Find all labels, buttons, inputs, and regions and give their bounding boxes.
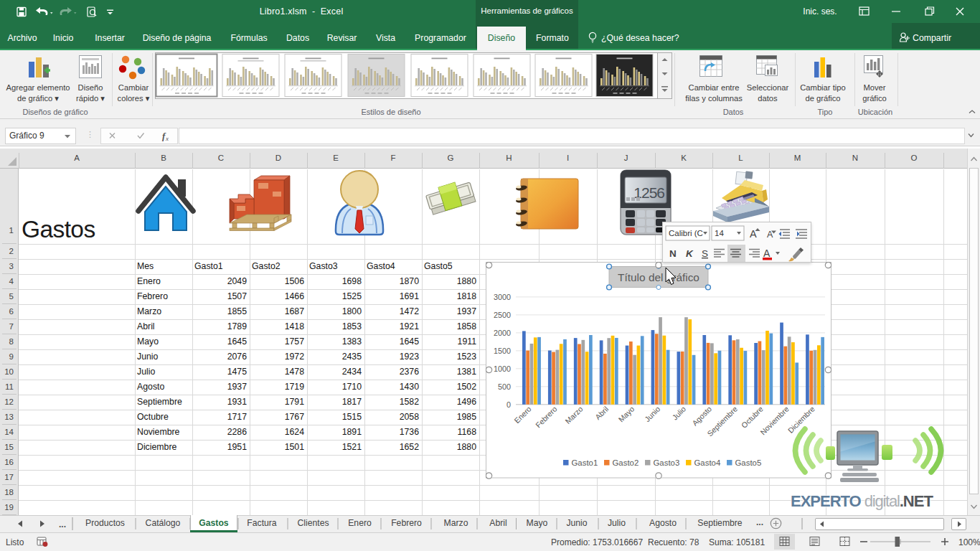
svg-text:Gasto5: Gasto5 [735,458,762,466]
svg-text:S: S [702,248,708,259]
svg-text:1500: 1500 [494,346,511,354]
svg-text:Gasto3: Gasto3 [654,458,680,466]
svg-text:A: A [750,228,757,240]
svg-text:K: K [686,248,694,259]
svg-text:N: N [669,248,677,259]
svg-text:0: 0 [507,400,511,408]
svg-text:2000: 2000 [494,328,511,336]
svg-text:Gasto4: Gasto4 [694,458,721,466]
svg-text:2500: 2500 [494,310,511,319]
svg-text:500: 500 [498,382,511,390]
svg-text:Calibri (C: Calibri (C [669,229,703,237]
svg-text:1000: 1000 [494,364,511,372]
svg-text:3000: 3000 [494,292,511,301]
svg-text:Gasto1: Gasto1 [572,458,598,466]
svg-text:Título del gráfico: Título del gráfico [618,270,699,283]
svg-text:Gasto2: Gasto2 [613,458,639,466]
svg-text:A: A [763,248,771,259]
svg-text:x: x [165,135,169,142]
svg-text:14: 14 [715,229,724,237]
